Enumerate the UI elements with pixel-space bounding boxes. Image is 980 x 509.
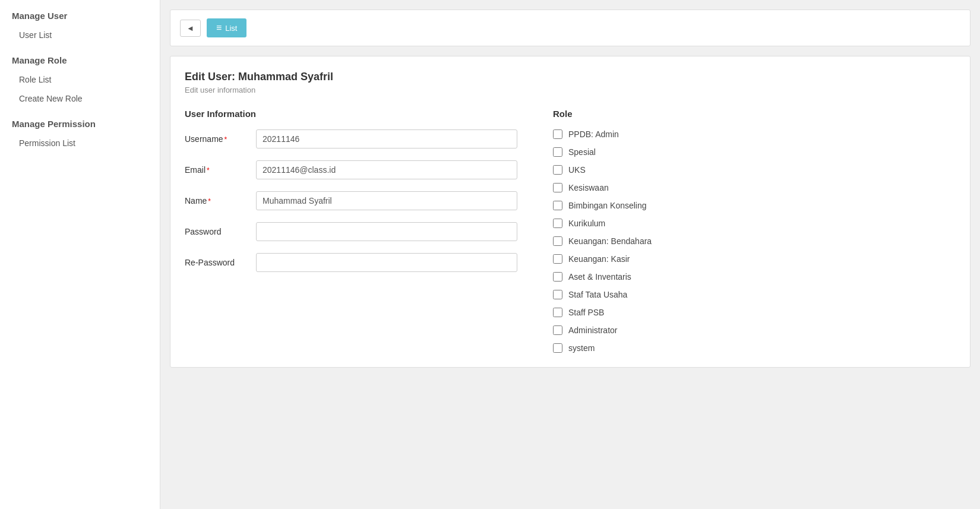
username-input[interactable] (256, 129, 517, 148)
role-section-label: Role (553, 109, 956, 119)
role-item: PPDB: Admin (553, 129, 956, 139)
role-label-keuangan-bendahara: Keuangan: Bendahara (568, 236, 652, 246)
user-info-label: User Information (185, 109, 517, 119)
role-label-keuangan-kasir: Keuangan: Kasir (568, 254, 630, 264)
role-item: Staf Tata Usaha (553, 290, 956, 299)
role-label-uks: UKS (568, 165, 586, 175)
role-checkbox-ppdb-admin[interactable] (553, 129, 562, 139)
role-label-ppdb-admin: PPDB: Admin (568, 129, 619, 139)
password-label: Password (185, 227, 250, 236)
list-button-label: List (225, 24, 237, 33)
back-button[interactable]: ◄ (180, 20, 201, 37)
role-label-spesial: Spesial (568, 147, 596, 157)
role-label-staf-tata-usaha: Staf Tata Usaha (568, 290, 627, 299)
role-checkbox-staff-psb[interactable] (553, 308, 562, 317)
role-checkbox-spesial[interactable] (553, 147, 562, 157)
username-group: Username* (185, 129, 517, 148)
email-label: Email* (185, 165, 250, 175)
sidebar-section-manage-role: Manage Role Role List Create New Role (0, 45, 160, 108)
form-card: Edit User: Muhammad Syafril Edit user in… (170, 56, 970, 368)
sidebar-section-manage-permission: Manage Permission Permission List (0, 108, 160, 153)
role-label-aset-inventaris: Aset & Inventaris (568, 272, 631, 282)
name-label: Name* (185, 196, 250, 206)
username-required: * (225, 135, 227, 144)
role-item: Administrator (553, 325, 956, 335)
repassword-group: Re-Password (185, 253, 517, 272)
repassword-label: Re-Password (185, 258, 250, 267)
name-input[interactable] (256, 191, 517, 210)
email-input[interactable] (256, 160, 517, 179)
role-label-kurikulum: Kurikulum (568, 219, 605, 228)
role-item: Staff PSB (553, 308, 956, 317)
sidebar-section-manage-user: Manage User User List (0, 0, 160, 45)
list-button[interactable]: List (207, 18, 247, 37)
role-label-kesiswaan: Kesiswaan (568, 183, 609, 192)
role-item: Aset & Inventaris (553, 272, 956, 282)
list-icon (216, 23, 222, 33)
sidebar-item-user-list[interactable]: User List (0, 26, 160, 45)
main-content: ◄ List Edit User: Muhammad Syafril Edit … (160, 0, 980, 509)
name-required: * (208, 197, 211, 206)
role-item: Keuangan: Kasir (553, 254, 956, 264)
email-required: * (207, 166, 210, 175)
email-group: Email* (185, 160, 517, 179)
role-list: PPDB: AdminSpesialUKSKesiswaanBimbingan … (553, 129, 956, 353)
username-label: Username* (185, 134, 250, 144)
role-label-administrator: Administrator (568, 325, 617, 335)
role-item: UKS (553, 165, 956, 175)
role-checkbox-keuangan-bendahara[interactable] (553, 236, 562, 246)
sidebar-section-title-manage-permission: Manage Permission (0, 108, 160, 134)
sidebar-section-title-manage-role: Manage Role (0, 45, 160, 70)
role-checkbox-uks[interactable] (553, 165, 562, 175)
sidebar: Manage User User List Manage Role Role L… (0, 0, 160, 509)
role-item: Keuangan: Bendahara (553, 236, 956, 246)
role-checkbox-kesiswaan[interactable] (553, 183, 562, 192)
role-checkbox-system[interactable] (553, 343, 562, 353)
sidebar-item-role-list[interactable]: Role List (0, 70, 160, 89)
role-label-bimbingan-konseling: Bimbingan Konseling (568, 201, 647, 210)
role-item: Kesiswaan (553, 183, 956, 192)
role-label-system: system (568, 343, 595, 353)
role-item: Spesial (553, 147, 956, 157)
repassword-input[interactable] (256, 253, 517, 272)
name-group: Name* (185, 191, 517, 210)
role-checkbox-bimbingan-konseling[interactable] (553, 201, 562, 210)
role-checkbox-keuangan-kasir[interactable] (553, 254, 562, 264)
sidebar-section-title-manage-user: Manage User (0, 0, 160, 26)
top-bar: ◄ List (170, 10, 970, 46)
password-input[interactable] (256, 222, 517, 241)
user-info-section: User Information Username* Email* (185, 109, 517, 353)
role-checkbox-aset-inventaris[interactable] (553, 272, 562, 282)
role-item: Bimbingan Konseling (553, 201, 956, 210)
role-checkbox-staf-tata-usaha[interactable] (553, 290, 562, 299)
role-checkbox-administrator[interactable] (553, 325, 562, 335)
form-subtitle: Edit user information (185, 86, 956, 94)
sidebar-item-create-new-role[interactable]: Create New Role (0, 89, 160, 108)
sidebar-item-permission-list[interactable]: Permission List (0, 134, 160, 153)
form-title: Edit User: Muhammad Syafril (185, 71, 956, 83)
role-checkbox-kurikulum[interactable] (553, 219, 562, 228)
role-label-staff-psb: Staff PSB (568, 308, 604, 317)
role-item: Kurikulum (553, 219, 956, 228)
password-group: Password (185, 222, 517, 241)
role-item: system (553, 343, 956, 353)
role-section: Role PPDB: AdminSpesialUKSKesiswaanBimbi… (553, 109, 956, 353)
form-body: User Information Username* Email* (185, 109, 956, 353)
